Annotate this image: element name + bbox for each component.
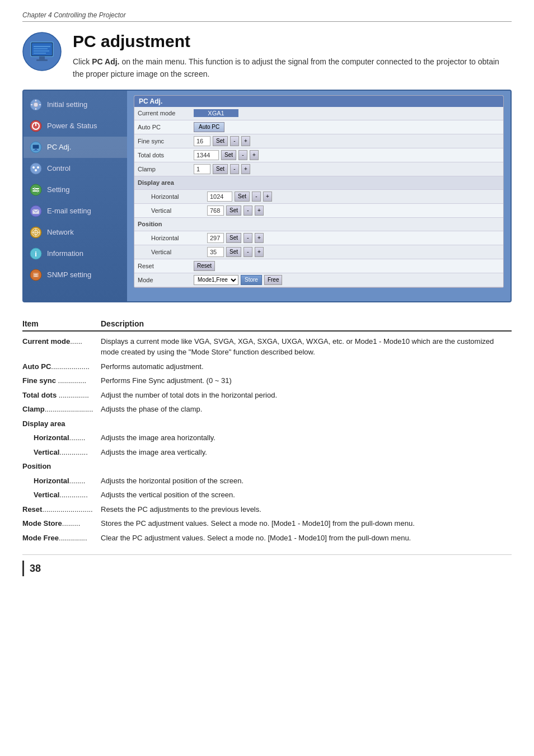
- desc-item-position-horizontal: Horizontal........: [22, 475, 101, 487]
- desc-mode-free: Mode Free.............. Clear the PC adj…: [22, 533, 512, 544]
- sidebar-item-email-setting[interactable]: E-mail setting: [24, 200, 127, 222]
- desc-item-clamp: Clamp........................: [22, 404, 101, 415]
- display-vertical-row: Vertical Set - +: [134, 204, 503, 218]
- reset-button[interactable]: Reset: [194, 261, 215, 271]
- setting-icon: [29, 183, 43, 197]
- desc-text-clamp: Adjusts the phase of the clamp.: [101, 404, 512, 415]
- mode-row: Mode Mode1,Free Mode2,Free Mode3,Free St…: [134, 273, 503, 287]
- mode-store-button[interactable]: Store: [241, 275, 262, 285]
- pc-adj-panel: PC Adj. Current mode XGA1 Auto PC Auto P…: [134, 95, 504, 288]
- desc-text-position-horizontal: Adjusts the horizontal position of the s…: [101, 475, 512, 487]
- sidebar-item-setting[interactable]: Setting: [24, 179, 127, 200]
- sidebar-item-snmp-setting[interactable]: SNMP setting: [24, 264, 127, 286]
- fine-sync-label: Fine sync: [138, 138, 194, 144]
- sidebar-item-power-status[interactable]: Power & Status: [24, 115, 127, 137]
- clamp-input[interactable]: [194, 164, 210, 174]
- mode-free-button[interactable]: Free: [264, 275, 283, 285]
- sidebar-item-information[interactable]: i Information: [24, 243, 127, 264]
- position-horizontal-plus-button[interactable]: +: [255, 233, 264, 243]
- display-horizontal-plus-button[interactable]: +: [263, 192, 272, 202]
- fine-sync-minus-button[interactable]: -: [230, 136, 239, 146]
- page-title: PC adjustment: [73, 32, 512, 51]
- interface-panel: Initial setting Power & Status: [22, 90, 512, 302]
- desc-text-display-area: [101, 418, 512, 430]
- position-vertical-minus-button[interactable]: -: [243, 247, 252, 257]
- pc-adj-icon: [22, 32, 62, 71]
- display-vertical-set-button[interactable]: Set: [226, 206, 241, 216]
- fine-sync-plus-button[interactable]: +: [241, 136, 250, 146]
- svg-point-26: [30, 184, 41, 195]
- display-horizontal-input[interactable]: [207, 192, 232, 202]
- display-horizontal-minus-button[interactable]: -: [252, 192, 261, 202]
- clamp-plus-button[interactable]: +: [241, 164, 250, 174]
- power-icon: [29, 119, 43, 133]
- position-horizontal-input[interactable]: [207, 233, 224, 243]
- position-vertical-input[interactable]: [207, 247, 224, 257]
- auto-pc-button[interactable]: Auto PC: [194, 122, 224, 132]
- description-section: Item Description Current mode...... Disp…: [22, 319, 512, 544]
- fine-sync-row: Fine sync Set - +: [134, 134, 503, 148]
- svg-rect-19: [32, 144, 39, 149]
- sidebar-item-control[interactable]: Control: [24, 158, 127, 179]
- clamp-row: Clamp Set - +: [134, 162, 503, 176]
- desc-text-mode-free: Clear the PC adjustment values. Select a…: [101, 533, 512, 544]
- sidebar-item-pc-adj[interactable]: PC Adj.: [24, 137, 127, 158]
- sidebar-item-label: Power & Status: [47, 122, 97, 130]
- fine-sync-set-button[interactable]: Set: [213, 136, 228, 146]
- sidebar-item-label: Initial setting: [47, 100, 87, 109]
- panel-title: PC Adj.: [134, 96, 503, 107]
- desc-clamp: Clamp........................ Adjusts th…: [22, 404, 512, 415]
- sidebar-item-network[interactable]: Network: [24, 222, 127, 243]
- desc-item-display-horizontal: Horizontal........: [22, 432, 101, 444]
- desc-item-mode-store: Mode Store.........: [22, 518, 101, 529]
- desc-current-mode: Current mode...... Displays a current mo…: [22, 336, 512, 358]
- display-vertical-minus-button[interactable]: -: [243, 206, 252, 216]
- desc-text-mode-store: Stores the PC adjustment values. Select …: [101, 518, 512, 529]
- total-dots-row: Total dots Set - +: [134, 148, 503, 162]
- desc-fine-sync: Fine sync .............. Performs Fine S…: [22, 375, 512, 386]
- svg-rect-20: [35, 149, 37, 150]
- display-vertical-value-area: Set - +: [207, 206, 500, 216]
- position-horizontal-minus-button[interactable]: -: [243, 233, 252, 243]
- desc-text-display-horizontal: Adjusts the image area horizontally.: [101, 432, 512, 444]
- intro-rest: on the main menu. This function is to ad…: [73, 57, 499, 78]
- total-dots-value-area: Set - +: [194, 150, 500, 160]
- sidebar: Initial setting Power & Status: [24, 91, 127, 301]
- sidebar-item-label: Network: [47, 228, 74, 236]
- svg-rect-11: [35, 100, 36, 101]
- intro-bold: PC Adj.: [92, 57, 119, 66]
- current-mode-badge: XGA1: [194, 109, 238, 117]
- clamp-set-button[interactable]: Set: [213, 164, 228, 174]
- fine-sync-value-area: Set - +: [194, 136, 500, 146]
- clamp-minus-button[interactable]: -: [230, 164, 239, 174]
- sidebar-item-label: SNMP setting: [47, 270, 91, 279]
- fine-sync-input[interactable]: [194, 136, 210, 146]
- display-horizontal-value-area: Set - +: [207, 192, 500, 202]
- desc-position-horizontal: Horizontal........ Adjusts the horizonta…: [22, 475, 512, 487]
- display-vertical-input[interactable]: [207, 206, 224, 216]
- display-horizontal-set-button[interactable]: Set: [235, 192, 250, 202]
- reset-row: Reset Reset: [134, 259, 503, 273]
- total-dots-plus-button[interactable]: +: [250, 150, 259, 160]
- desc-header: Item Description: [22, 319, 512, 332]
- reset-label: Reset: [138, 263, 194, 269]
- total-dots-minus-button[interactable]: -: [238, 150, 247, 160]
- content-area: PC Adj. Current mode XGA1 Auto PC Auto P…: [127, 91, 510, 301]
- position-horizontal-value-area: Set - +: [207, 233, 500, 243]
- monitor-icon: [29, 141, 43, 154]
- display-horizontal-label: Horizontal: [151, 193, 207, 200]
- position-vertical-set-button[interactable]: Set: [226, 247, 241, 257]
- chapter-title: Chapter 4 Controlling the Projector: [22, 11, 126, 19]
- display-vertical-plus-button[interactable]: +: [255, 206, 264, 216]
- svg-rect-14: [39, 104, 41, 105]
- desc-text-position: [101, 461, 512, 472]
- position-vertical-plus-button[interactable]: +: [255, 247, 264, 257]
- svg-rect-21: [34, 150, 38, 151]
- sidebar-item-initial-setting[interactable]: Initial setting: [24, 94, 127, 115]
- position-horizontal-row: Horizontal Set - +: [134, 231, 503, 245]
- total-dots-input[interactable]: [194, 150, 219, 160]
- position-horizontal-set-button[interactable]: Set: [226, 233, 241, 243]
- mode-select[interactable]: Mode1,Free Mode2,Free Mode3,Free: [194, 275, 238, 285]
- total-dots-set-button[interactable]: Set: [221, 150, 236, 160]
- desc-display-horizontal: Horizontal........ Adjusts the image are…: [22, 432, 512, 444]
